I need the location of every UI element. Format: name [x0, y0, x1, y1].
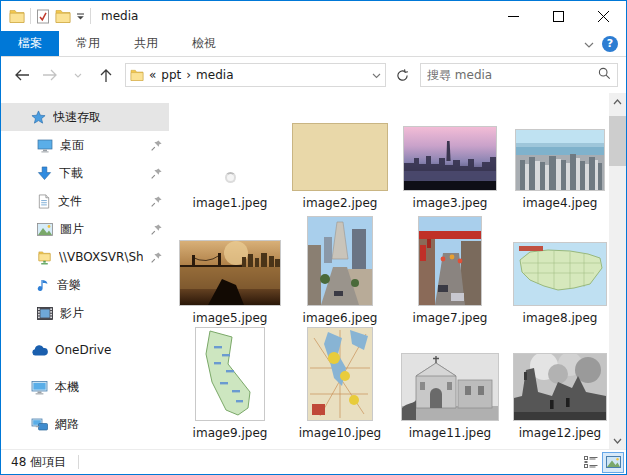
file-thumbnail [513, 353, 607, 421]
scrollbar-thumb[interactable] [609, 116, 626, 166]
quick-access-toolbar [1, 8, 91, 24]
sidebar-item-label: 文件 [58, 193, 143, 210]
file-item[interactable]: image8.jpeg [505, 212, 609, 327]
pin-icon[interactable] [150, 223, 163, 236]
sidebar-item-quick-access[interactable]: 快速存取 [1, 103, 169, 131]
file-name: image4.jpeg [523, 196, 598, 210]
file-item[interactable]: image6.jpeg [285, 212, 395, 327]
details-view-button[interactable] [580, 452, 602, 473]
file-item[interactable]: image12.jpeg [505, 327, 609, 442]
file-item[interactable]: image4.jpeg [505, 97, 609, 212]
pin-icon[interactable] [150, 167, 163, 180]
qat-separator [90, 8, 91, 24]
file-item[interactable]: image9.jpeg [175, 327, 285, 442]
address-box[interactable]: « ppt › media [125, 63, 386, 87]
help-button[interactable]: ? [602, 36, 618, 52]
sidebar-item-label: 網路 [55, 416, 163, 433]
sidebar-item-this-pc[interactable]: 本機 [1, 373, 169, 401]
qat-customize-caret-icon[interactable] [76, 12, 85, 21]
tab-file[interactable]: 檔案 [1, 31, 59, 56]
file-thumbnail [307, 327, 373, 421]
ribbon-tab-bar: 檔案 常用 共用 檢視 ? [1, 31, 626, 57]
sidebar-item-label: 影片 [60, 305, 163, 322]
window-controls [491, 1, 626, 31]
file-name: image7.jpeg [413, 311, 488, 325]
file-thumbnail [513, 242, 607, 306]
file-list-area[interactable]: image1.jpeg image2.jpeg image3.jpeg [169, 93, 609, 449]
sidebar-item-music[interactable]: 音樂 [1, 271, 169, 299]
tab-share[interactable]: 共用 [117, 31, 175, 56]
file-thumbnail [515, 129, 605, 191]
sidebar-item-pictures[interactable]: 圖片 [1, 215, 169, 243]
sidebar-item-downloads[interactable]: 下載 [1, 159, 169, 187]
search-icon[interactable] [598, 67, 611, 83]
sidebar-item-vboxsvr-share[interactable]: \\VBOXSVR\Sh [1, 243, 169, 271]
sidebar-item-desktop[interactable]: 桌面 [1, 131, 169, 159]
breadcrumb-segment-media[interactable]: media [196, 68, 233, 82]
file-thumbnail [292, 123, 388, 191]
pin-icon[interactable] [150, 139, 163, 152]
documents-icon [37, 194, 51, 209]
search-input[interactable] [427, 68, 594, 82]
scrollbar-up-button[interactable] [609, 93, 626, 110]
network-icon [31, 418, 48, 431]
sidebar-item-label: OneDrive [55, 343, 163, 357]
file-item[interactable]: image11.jpeg [395, 327, 505, 442]
items-count: 48 個項目 [11, 454, 66, 471]
file-item[interactable]: image3.jpeg [395, 97, 505, 212]
ribbon-collapse-chevron-icon[interactable] [584, 37, 594, 51]
file-name: image3.jpeg [413, 196, 488, 210]
forward-button[interactable] [37, 62, 63, 88]
sidebar-item-label: 下載 [59, 165, 143, 182]
tab-home[interactable]: 常用 [59, 31, 117, 56]
vertical-scrollbar[interactable] [609, 93, 626, 449]
videos-film-icon [37, 307, 53, 320]
close-button[interactable] [581, 1, 626, 31]
breadcrumb-segment-ppt[interactable]: ppt [161, 68, 181, 82]
thumbnails-view-button[interactable] [602, 452, 624, 473]
properties-check-icon[interactable] [36, 9, 50, 24]
refresh-button[interactable] [390, 63, 414, 87]
maximize-button[interactable] [536, 1, 581, 31]
quick-access-star-icon [31, 110, 46, 125]
recent-locations-chevron-icon[interactable] [65, 62, 91, 88]
address-dropdown-chevron-icon[interactable] [372, 68, 381, 82]
new-folder-icon[interactable] [55, 9, 71, 23]
scrollbar-down-button[interactable] [609, 432, 626, 449]
file-name: image10.jpeg [299, 426, 381, 440]
window-title: media [101, 9, 138, 23]
file-item[interactable]: image5.jpeg [175, 212, 285, 327]
sidebar-item-network[interactable]: 網路 [1, 410, 169, 438]
tab-view[interactable]: 檢視 [175, 31, 233, 56]
sidebar-item-videos[interactable]: 影片 [1, 299, 169, 327]
file-thumbnail [401, 353, 499, 421]
file-thumbnail [418, 216, 482, 306]
breadcrumb-collapsed[interactable]: « [149, 68, 156, 82]
title-bar: media [1, 1, 626, 31]
file-name: image1.jpeg [193, 196, 268, 210]
onedrive-cloud-icon [31, 345, 48, 356]
sidebar-item-onedrive[interactable]: OneDrive [1, 336, 169, 364]
file-item[interactable]: image10.jpeg [285, 327, 395, 442]
sidebar-group-gap [1, 401, 169, 410]
file-item[interactable]: image7.jpeg [395, 212, 505, 327]
address-folder-icon [130, 69, 144, 81]
sidebar-item-label: 桌面 [60, 137, 143, 154]
breadcrumb-separator-icon[interactable]: › [186, 68, 191, 82]
address-bar: « ppt › media [1, 57, 626, 93]
file-item[interactable]: image1.jpeg [175, 97, 285, 212]
this-pc-icon [31, 380, 48, 395]
up-button[interactable] [93, 62, 119, 88]
window-folder-icon[interactable] [9, 9, 25, 23]
view-toggle-buttons [580, 452, 624, 473]
sidebar-item-documents[interactable]: 文件 [1, 187, 169, 215]
network-drive-icon [37, 250, 52, 265]
file-thumbnail [403, 126, 497, 191]
pin-icon[interactable] [150, 195, 163, 208]
file-item[interactable]: image2.jpeg [285, 97, 395, 212]
qat-separator [30, 8, 31, 24]
search-box [420, 63, 618, 87]
minimize-button[interactable] [491, 1, 536, 31]
back-button[interactable] [9, 62, 35, 88]
pin-icon[interactable] [150, 251, 163, 264]
